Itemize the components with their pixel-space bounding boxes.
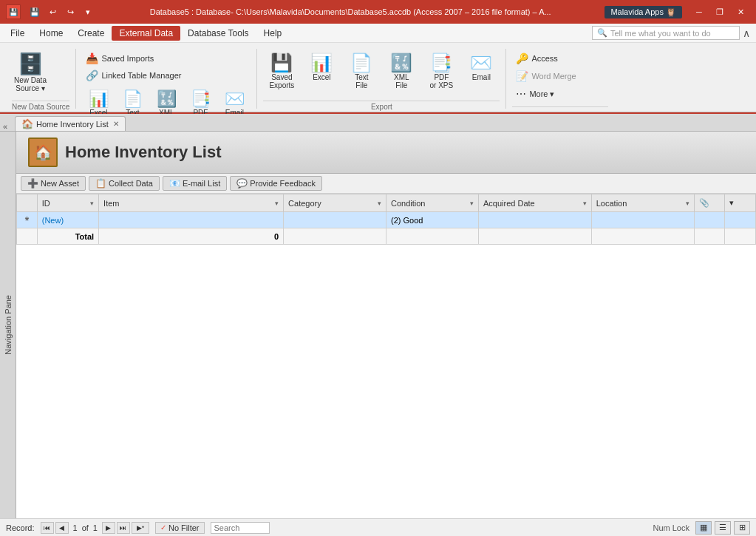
access-label: Access (531, 54, 557, 63)
search-box[interactable]: 🔍 Tell me what you want to do (592, 26, 740, 40)
of-label: of (82, 523, 89, 532)
form-toolbar: ➕ New Asset 📋 Collect Data 📧 E-mail List… (16, 174, 756, 194)
more-label: More ▾ (529, 89, 554, 99)
new-row-acquired[interactable] (478, 212, 591, 228)
total-acq (478, 228, 591, 245)
title-bar: 💾 💾 ↩ ↪ ▾ Database5 : Database- C:\Users… (0, 0, 756, 24)
prev-record-btn[interactable]: ◀ (55, 522, 69, 534)
save-qs-btn[interactable]: 💾 (27, 4, 43, 20)
col-header-attach[interactable]: 📎 (694, 194, 725, 212)
restore-btn[interactable]: ❐ (710, 4, 729, 20)
col-header-category[interactable]: Category ▾ (284, 194, 386, 212)
excel-icon: 📊 (89, 91, 109, 107)
grid-container[interactable]: ID ▾ Item ▾ (16, 194, 756, 518)
saved-imports-btn[interactable]: 📥 Saved Imports (82, 50, 251, 67)
record-navigation: ⏮ ◀ 1 of 1 ▶ ⏭ ▶* (41, 522, 149, 534)
new-data-source-buttons: 🗄️ New DataSource ▾ (12, 49, 49, 101)
new-record-row[interactable]: * (New) (2) Good (17, 212, 756, 228)
new-data-source-btn[interactable]: 🗄️ New DataSource ▾ (12, 50, 49, 101)
form-header: 🏠 Home Inventory List (16, 132, 756, 174)
saved-exports-label: SavedExports (269, 73, 294, 89)
more-icon: ⋯ (516, 88, 526, 100)
new-asset-btn[interactable]: ➕ New Asset (21, 176, 86, 191)
menu-external-data[interactable]: External Data (112, 26, 180, 41)
menu-file[interactable]: File (3, 26, 32, 41)
excel-export-btn[interactable]: 📊 Excel (303, 50, 340, 101)
form-view-btn[interactable]: ▦ (695, 521, 712, 535)
ribbon-collapse-btn[interactable]: ∧ (740, 27, 753, 39)
close-btn[interactable]: ✕ (731, 4, 750, 20)
text-export-btn[interactable]: 📄 TextFile (343, 50, 380, 101)
provide-feedback-btn[interactable]: 💬 Provide Feedback (230, 176, 322, 191)
feedback-icon: 💬 (236, 178, 248, 189)
collect-data-btn[interactable]: 📋 Collect Data (89, 176, 160, 191)
col-extra-arrow: ▾ (729, 198, 734, 207)
email-export-btn[interactable]: ✉️ Email (463, 50, 500, 101)
total-value: 0 (99, 228, 284, 245)
datasheet-view-btn[interactable]: ☰ (715, 521, 731, 535)
main-content: 🏠 Home Inventory List ➕ New Asset 📋 Coll… (16, 132, 756, 518)
total-extra (725, 228, 756, 245)
total-row: Total 0 (17, 228, 756, 245)
new-data-source-group: 🗄️ New DataSource ▾ New Data Source (6, 49, 76, 109)
col-header-acquired[interactable]: Acquired Date ▾ (478, 194, 591, 212)
new-record-btn[interactable]: ▶* (132, 522, 149, 534)
brand-label: Malavida Apps 🦉 (605, 6, 682, 18)
email-list-label: E-mail List (183, 179, 220, 188)
quick-access-toolbar: 💾 ↩ ↪ ▾ (27, 4, 96, 20)
total-records: 1 (93, 523, 98, 532)
menu-create[interactable]: Create (70, 26, 112, 41)
menu-bar: File Home Create External Data Database … (0, 24, 756, 43)
menu-home[interactable]: Home (32, 26, 70, 41)
more-btn[interactable]: ⋯ More ▾ (512, 86, 608, 102)
first-record-btn[interactable]: ⏮ (41, 522, 54, 534)
col-header-location[interactable]: Location ▾ (591, 194, 694, 212)
access-btn[interactable]: 🔑 Access (512, 50, 608, 67)
col-header-condition[interactable]: Condition ▾ (386, 194, 478, 212)
qs-dropdown-btn[interactable]: ▾ (80, 4, 96, 20)
access-group-label (512, 106, 608, 109)
new-row-category[interactable] (284, 212, 386, 228)
last-record-btn[interactable]: ⏭ (117, 522, 130, 534)
col-location-label: Location (596, 199, 627, 208)
total-cat (284, 228, 386, 245)
redo-qs-btn[interactable]: ↪ (62, 4, 78, 20)
col-header-extra[interactable]: ▾ (725, 194, 756, 212)
menu-database-tools[interactable]: Database Tools (180, 26, 256, 41)
xml-export-btn[interactable]: 🔣 XMLFile (383, 50, 420, 101)
undo-qs-btn[interactable]: ↩ (44, 4, 61, 20)
no-filter-btn[interactable]: ✓ No Filter (155, 522, 205, 534)
col-header-id[interactable]: ID ▾ (37, 194, 98, 212)
new-row-condition[interactable]: (2) Good (386, 212, 478, 228)
linked-table-icon: 🔗 (86, 69, 98, 81)
word-merge-btn[interactable]: 📝 Word Merge (512, 68, 608, 84)
nav-arrows[interactable]: « (3, 122, 13, 131)
status-right: Num Lock ▦ ☰ ⊞ (653, 521, 750, 535)
menu-help[interactable]: Help (256, 26, 290, 41)
next-record-btn[interactable]: ▶ (102, 522, 115, 534)
new-row-extra (725, 212, 756, 228)
navigation-pane[interactable]: Navigation Pane (0, 132, 16, 518)
attach-icon: 📎 (699, 198, 709, 207)
new-data-source-group-label: New Data Source (12, 101, 69, 111)
minimize-btn[interactable]: ─ (689, 4, 709, 20)
total-attach (694, 228, 725, 245)
new-row-star: * (17, 212, 38, 228)
saved-exports-btn[interactable]: 💾 SavedExports (263, 50, 300, 101)
form-header-title: Home Inventory List (65, 143, 221, 162)
pdf-export-btn[interactable]: 📑 PDFor XPS (423, 50, 460, 101)
search-input[interactable] (211, 522, 270, 534)
tab-label: Home Inventory List (36, 120, 109, 129)
export-buttons: 💾 SavedExports 📊 Excel 📄 TextFile 🔣 XMLF… (263, 49, 500, 101)
saved-imports-label: Saved Imports (101, 54, 154, 63)
new-row-location[interactable] (591, 212, 694, 228)
tab-close-btn[interactable]: ✕ (113, 120, 119, 128)
layout-view-btn[interactable]: ⊞ (734, 521, 750, 535)
email-list-btn[interactable]: 📧 E-mail List (163, 176, 227, 191)
col-header-item[interactable]: Item ▾ (99, 194, 284, 212)
home-inventory-tab[interactable]: 🏠 Home Inventory List ✕ (15, 116, 126, 131)
xml-icon: 🔣 (157, 91, 177, 107)
linked-table-manager-btn[interactable]: 🔗 Linked Table Manager (82, 67, 251, 84)
new-row-id[interactable]: (New) (37, 212, 98, 228)
new-row-item[interactable] (99, 212, 284, 228)
